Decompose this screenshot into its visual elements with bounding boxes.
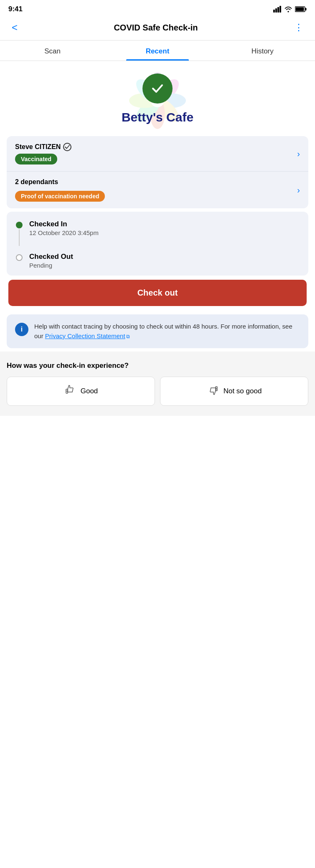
dependants-row[interactable]: 2 dependants Proof of vaccination needed… [7, 171, 308, 208]
tab-history[interactable]: History [210, 40, 315, 61]
checked-out-dot [16, 254, 23, 261]
feedback-section: How was your check-in experience? Good N [0, 352, 315, 416]
tab-bar: Scan Recent History [0, 40, 315, 61]
svg-rect-1 [275, 8, 277, 13]
feedback-buttons: Good Not so good [7, 377, 308, 406]
more-button[interactable]: ⋮ [291, 20, 307, 35]
svg-rect-19 [216, 388, 216, 390]
venue-name: Betty's Cafe [122, 110, 193, 124]
person-card: Steve CITIZEN Vaccinated › 2 dependants … [7, 136, 308, 208]
tab-scan[interactable]: Scan [0, 40, 105, 61]
signal-icon [273, 6, 282, 13]
person-row-chevron: › [297, 149, 300, 159]
svg-rect-6 [296, 8, 304, 11]
checked-out-item: Checked Out Pending [15, 253, 300, 276]
checked-out-status: Pending [29, 262, 73, 269]
thumbs-down-icon [207, 384, 219, 399]
wifi-icon [284, 6, 292, 13]
not-good-button[interactable]: Not so good [160, 377, 308, 406]
proof-needed-badge: Proof of vaccination needed [15, 191, 105, 202]
good-button[interactable]: Good [7, 377, 155, 406]
info-text: Help with contact tracing by choosing to… [34, 322, 300, 341]
feedback-title: How was your check-in experience? [7, 362, 308, 370]
back-button[interactable]: < [8, 20, 21, 35]
checked-in-dot [16, 222, 23, 228]
external-link-icon: ⧉ [126, 333, 130, 340]
info-icon: i [15, 323, 28, 336]
tab-recent[interactable]: Recent [105, 40, 210, 61]
success-check-icon [142, 73, 173, 104]
verified-icon [63, 143, 71, 151]
info-card: i Help with contact tracing by choosing … [7, 314, 308, 348]
status-icons [273, 6, 307, 13]
checked-in-label: Checked In [29, 220, 99, 228]
status-time: 9:41 [8, 5, 23, 13]
dependants-label: 2 dependants [15, 178, 297, 186]
battery-icon [295, 6, 307, 13]
not-good-label: Not so good [224, 387, 262, 395]
thumbs-up-icon [64, 384, 76, 399]
checked-out-label: Checked Out [29, 253, 73, 261]
svg-rect-5 [305, 8, 307, 10]
privacy-link[interactable]: Privacy Collection Statement [45, 332, 125, 339]
app-title: COVID Safe Check-in [21, 23, 291, 33]
venue-section: Betty's Cafe [0, 61, 315, 133]
person-name: Steve CITIZEN [15, 143, 297, 151]
checked-in-time: 12 October 2020 3:45pm [29, 229, 99, 236]
checked-in-item: Checked In 12 October 2020 3:45pm [15, 220, 300, 253]
status-bar: 9:41 [0, 0, 315, 17]
dependants-row-chevron: › [297, 185, 300, 195]
vaccinated-badge: Vaccinated [15, 154, 57, 164]
person-row[interactable]: Steve CITIZEN Vaccinated › [7, 136, 308, 171]
checkout-button[interactable]: Check out [8, 280, 307, 306]
svg-rect-3 [279, 6, 281, 13]
svg-rect-17 [66, 390, 67, 392]
timeline-line [19, 229, 20, 246]
svg-rect-2 [277, 7, 279, 13]
svg-rect-0 [273, 10, 275, 13]
good-label: Good [81, 387, 98, 395]
app-header: < COVID Safe Check-in ⋮ [0, 17, 315, 40]
checkin-timeline-card: Checked In 12 October 2020 3:45pm Checke… [7, 212, 308, 276]
